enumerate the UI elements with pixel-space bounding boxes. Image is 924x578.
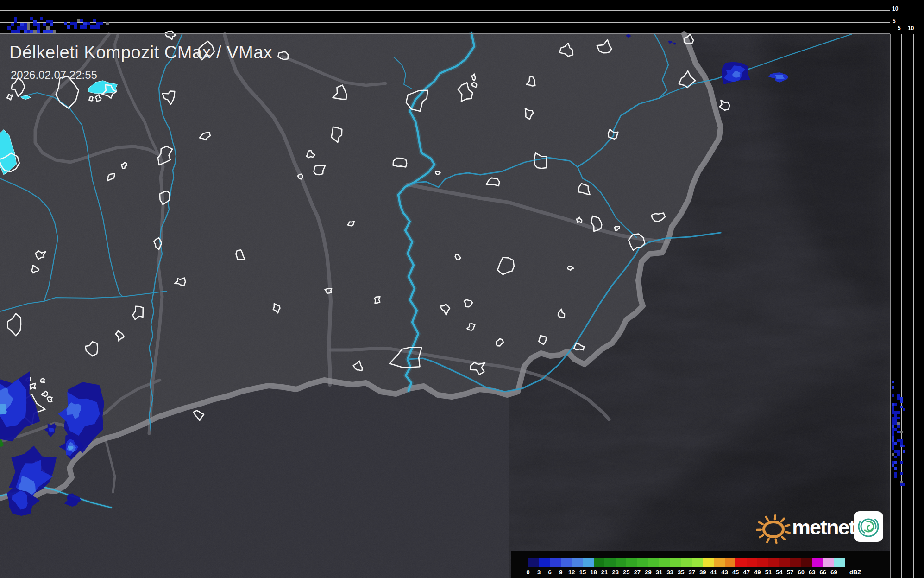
top-axis-tick-10: 10 — [892, 6, 898, 12]
profile-echo-pixel — [892, 431, 894, 433]
profile-echo-pixel — [892, 442, 894, 445]
dbz-swatch-63 — [812, 558, 823, 567]
dbz-tick-label: 9 — [559, 569, 562, 575]
profile-echo-pixel — [894, 442, 897, 445]
dbz-swatch-35 — [681, 558, 692, 567]
profile-echo-pixel — [892, 447, 894, 450]
dbz-swatch-27 — [637, 558, 648, 567]
right-axis-tick-5: 5 — [898, 25, 901, 31]
dbz-tick-label: 54 — [776, 569, 782, 575]
profile-echo-pixel — [897, 417, 900, 419]
profile-echo-pixel — [903, 445, 905, 447]
dbz-swatch-51 — [768, 558, 779, 567]
dbz-swatch-60 — [801, 558, 812, 567]
dbz-tick-label: 49 — [754, 569, 761, 575]
profile-echo-pixel — [894, 403, 897, 406]
profile-echo-pixel — [900, 472, 903, 475]
profile-echo-pixel — [900, 400, 903, 403]
profile-echo-pixel — [900, 481, 903, 483]
profile-echo-pixel — [892, 428, 894, 431]
profile-echo-pixel — [900, 483, 903, 486]
dbz-swatch-15 — [583, 558, 594, 567]
profile-echo-pixel — [900, 439, 903, 442]
sun-icon — [756, 509, 792, 547]
dbz-swatch-57 — [790, 558, 801, 567]
dbz-tick-label: 66 — [820, 569, 826, 575]
profile-echo-pixel — [897, 422, 900, 425]
dbz-swatch-45 — [735, 558, 747, 567]
right-profile-canvas — [890, 0, 924, 578]
dbz-tick-label: 18 — [590, 569, 597, 575]
profile-echo-pixel — [894, 461, 897, 464]
dbz-tick-label: 47 — [743, 569, 749, 575]
dbz-tick-label: 23 — [612, 569, 618, 575]
profile-axis-corner: 10 5 5 10 — [890, 0, 924, 34]
profile-echo-pixel — [892, 417, 894, 419]
profile-echo-pixel — [900, 431, 903, 433]
dbz-tick-label: 29 — [645, 569, 651, 575]
dbz-swatch-39 — [703, 558, 714, 567]
dbz-colorbar: dBZ 036912151821232527293133353739414345… — [511, 551, 890, 578]
profile-echo-pixel — [894, 475, 897, 478]
dbz-tick-label: 57 — [787, 569, 793, 575]
profile-echo-pixel — [897, 439, 900, 442]
dbz-tick-label: 33 — [666, 569, 673, 575]
dbz-tick-label: 60 — [798, 569, 804, 575]
dbz-tick-label: 0 — [526, 569, 529, 575]
dbz-tick-label: 69 — [830, 569, 837, 575]
dbz-swatch-54 — [779, 558, 790, 567]
profile-echo-pixel — [903, 483, 905, 486]
profile-echo-pixel — [897, 431, 900, 433]
dbz-tick-label: 15 — [579, 569, 586, 575]
profile-echo-pixel — [897, 453, 900, 456]
profile-echo-pixel — [900, 442, 903, 445]
profile-echo-pixel — [894, 417, 897, 419]
top-axis-tick-5: 5 — [893, 19, 896, 24]
dbz-swatch-6 — [550, 558, 561, 567]
dbz-swatch-18 — [594, 558, 605, 567]
dbz-tick-label: 63 — [809, 569, 815, 575]
profile-echo-pixel — [903, 450, 905, 453]
dbz-tick-label: 6 — [548, 569, 552, 575]
profile-echo-pixel — [900, 445, 903, 447]
radar-composite-app: Délkeleti Kompozit CMax / VMax 2026.02.0… — [0, 0, 924, 578]
dbz-swatch-69 — [834, 558, 845, 567]
profile-echo-pixel — [894, 411, 897, 414]
dbz-swatch-23 — [616, 558, 627, 567]
dbz-tick-label: 21 — [601, 569, 608, 575]
right-profile-strip — [890, 0, 924, 578]
profile-echo-pixel — [897, 425, 900, 428]
metnet-logo: metnet — [756, 509, 890, 548]
profile-echo-pixel — [892, 406, 894, 408]
dbz-tick-label: 39 — [699, 569, 706, 575]
profile-map-divider-vertical — [890, 0, 891, 578]
profile-echo-pixel — [894, 450, 897, 453]
profile-echo-pixel — [894, 472, 897, 475]
metnet-logo-text: metnet — [792, 515, 855, 540]
dbz-swatch-43 — [725, 558, 736, 567]
dbz-swatch-12 — [572, 558, 583, 567]
profile-echo-pixel — [900, 406, 903, 408]
profile-echo-pixel — [892, 425, 894, 428]
profile-map-divider-horizontal — [0, 33, 924, 34]
dbz-swatch-21 — [604, 558, 616, 567]
profile-echo-pixel — [897, 397, 900, 400]
profile-echo-pixel — [892, 453, 894, 456]
map-title: Délkeleti Kompozit CMax / VMax — [9, 43, 272, 63]
dbz-tick-label: 27 — [634, 569, 641, 575]
map-timestamp: 2026.02.07 22:55 — [11, 69, 97, 82]
profile-echo-pixel — [892, 439, 894, 442]
profile-echo-pixel — [892, 411, 894, 414]
profile-echo-pixel — [903, 408, 905, 411]
profile-echo-pixel — [894, 419, 897, 422]
dbz-swatch-33 — [670, 558, 681, 567]
profile-echo-pixel — [892, 408, 894, 411]
dbz-swatch-0 — [528, 558, 539, 567]
dbz-swatch-47 — [747, 558, 758, 567]
dbz-swatch-66 — [823, 558, 834, 567]
dbz-swatch-9 — [561, 558, 572, 567]
dbz-tick-label: 43 — [721, 569, 728, 575]
dbz-swatch-41 — [714, 558, 725, 567]
profile-echo-pixel — [894, 414, 897, 417]
dbz-tick-label: 12 — [568, 569, 575, 575]
